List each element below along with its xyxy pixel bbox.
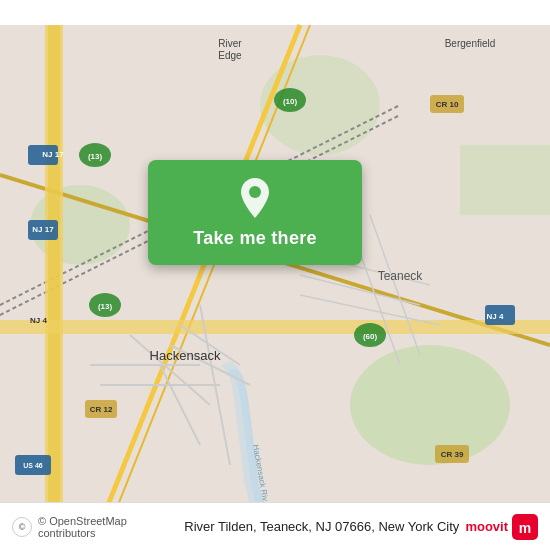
button-label: Take me there <box>193 228 317 249</box>
svg-point-1 <box>350 345 510 465</box>
take-me-there-button[interactable]: Take me there <box>148 160 362 265</box>
moovit-brand-text: moovit <box>465 519 508 534</box>
svg-text:(13): (13) <box>98 302 113 311</box>
svg-text:(10): (10) <box>283 97 298 106</box>
svg-text:m: m <box>519 520 531 536</box>
osm-logo: © <box>12 517 32 537</box>
svg-rect-11 <box>48 25 60 525</box>
moovit-logo: moovit m <box>465 514 538 540</box>
svg-rect-14 <box>0 320 550 334</box>
svg-text:NJ 17: NJ 17 <box>42 150 64 159</box>
svg-text:NJ 4: NJ 4 <box>487 312 504 321</box>
svg-text:US 46: US 46 <box>23 462 43 469</box>
location-text: River Tilden, Teaneck, NJ 07666, New Yor… <box>184 519 459 534</box>
svg-text:CR 39: CR 39 <box>441 450 464 459</box>
moovit-icon: m <box>512 514 538 540</box>
svg-text:Teaneck: Teaneck <box>378 269 424 283</box>
svg-text:CR 12: CR 12 <box>90 405 113 414</box>
svg-text:Bergenfield: Bergenfield <box>445 38 496 49</box>
attribution-text: © OpenStreetMap contributors <box>38 515 184 539</box>
svg-text:CR 10: CR 10 <box>436 100 459 109</box>
svg-text:River: River <box>218 38 242 49</box>
svg-text:NJ 17: NJ 17 <box>32 225 54 234</box>
svg-text:(13): (13) <box>88 152 103 161</box>
svg-text:(60): (60) <box>363 332 378 341</box>
svg-text:Edge: Edge <box>218 50 242 61</box>
map-pin-icon <box>237 176 273 220</box>
svg-point-54 <box>249 186 261 198</box>
svg-text:NJ 4: NJ 4 <box>30 316 47 325</box>
svg-rect-4 <box>460 145 550 215</box>
bottom-bar: © © OpenStreetMap contributors River Til… <box>0 502 550 550</box>
map-container: NJ 17 NJ 17 NJ 4 CR 10 CR 12 CR 39 (13) … <box>0 0 550 550</box>
svg-text:Hackensack: Hackensack <box>150 348 221 363</box>
